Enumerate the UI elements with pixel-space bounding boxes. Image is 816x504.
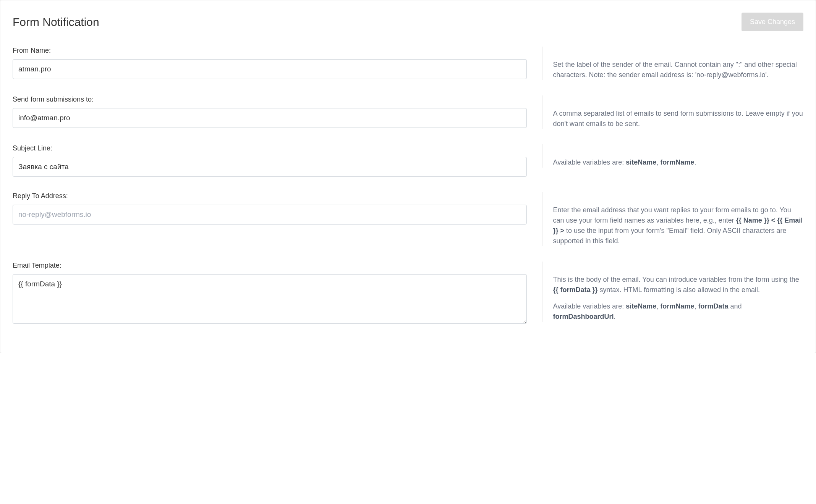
- email-template-textarea[interactable]: [13, 274, 527, 324]
- email-template-help-2-suffix: .: [614, 313, 616, 320]
- subject-row: Subject Line: Available variables are: s…: [13, 144, 803, 177]
- subject-help-prefix: Available variables are:: [553, 158, 626, 166]
- send-to-help-text: A comma separated list of emails to send…: [553, 108, 804, 129]
- reply-to-help-text: Enter the email address that you want re…: [553, 205, 804, 246]
- reply-to-label: Reply To Address:: [13, 192, 527, 200]
- email-template-sep3: and: [728, 302, 742, 310]
- email-template-sep2: ,: [694, 302, 698, 310]
- subject-help-var-sitename: siteName: [626, 158, 656, 166]
- email-template-var-sitename: siteName: [626, 302, 656, 310]
- email-template-help-1a: This is the body of the email. You can i…: [553, 276, 799, 283]
- from-name-label: From Name:: [13, 47, 527, 55]
- email-template-label: Email Template:: [13, 262, 527, 270]
- page-title: Form Notification: [13, 16, 99, 29]
- save-changes-button[interactable]: Save Changes: [742, 13, 803, 31]
- subject-label: Subject Line:: [13, 144, 527, 152]
- reply-to-input[interactable]: [13, 205, 527, 225]
- from-name-help: Set the label of the sender of the email…: [542, 47, 804, 80]
- subject-help-sep1: ,: [656, 158, 660, 166]
- email-template-var-formdashboardurl: formDashboardUrl: [553, 313, 614, 320]
- subject-field-wrapper: Subject Line:: [13, 144, 527, 177]
- from-name-field-wrapper: From Name:: [13, 47, 527, 79]
- send-to-input[interactable]: [13, 108, 527, 128]
- from-name-row: From Name: Set the label of the sender o…: [13, 47, 803, 80]
- send-to-field-wrapper: Send form submissions to:: [13, 95, 527, 128]
- subject-help-var-formname: formName: [660, 158, 694, 166]
- email-template-var-formdata: formData: [698, 302, 728, 310]
- subject-input[interactable]: [13, 157, 527, 177]
- reply-to-help-1c: to use the input from your form's "Email…: [553, 227, 787, 245]
- email-template-help-1c: syntax. HTML formatting is also allowed …: [598, 286, 760, 294]
- email-template-row: Email Template: This is the body of the …: [13, 262, 803, 325]
- send-to-help: A comma separated list of emails to send…: [542, 95, 804, 129]
- email-template-help-1b: {{ formData }}: [553, 286, 598, 294]
- email-template-help-p1: This is the body of the email. You can i…: [553, 275, 804, 295]
- email-template-var-formname: formName: [660, 302, 694, 310]
- reply-to-help: Enter the email address that you want re…: [542, 192, 804, 246]
- reply-to-row: Reply To Address: Enter the email addres…: [13, 192, 803, 246]
- from-name-help-text: Set the label of the sender of the email…: [553, 60, 804, 80]
- form-notification-panel: Form Notification Save Changes From Name…: [0, 0, 816, 353]
- from-name-input[interactable]: [13, 59, 527, 79]
- email-template-sep1: ,: [656, 302, 660, 310]
- email-template-field-wrapper: Email Template:: [13, 262, 527, 325]
- subject-help-text: Available variables are: siteName, formN…: [553, 157, 804, 168]
- reply-to-field-wrapper: Reply To Address:: [13, 192, 527, 225]
- send-to-row: Send form submissions to: A comma separa…: [13, 95, 803, 129]
- email-template-help: This is the body of the email. You can i…: [542, 262, 804, 322]
- subject-help: Available variables are: siteName, formN…: [542, 144, 804, 168]
- email-template-help-2-prefix: Available variables are:: [553, 302, 626, 310]
- subject-help-suffix: .: [694, 158, 696, 166]
- send-to-label: Send form submissions to:: [13, 95, 527, 103]
- email-template-help-p2: Available variables are: siteName, formN…: [553, 301, 804, 322]
- header: Form Notification Save Changes: [13, 13, 803, 31]
